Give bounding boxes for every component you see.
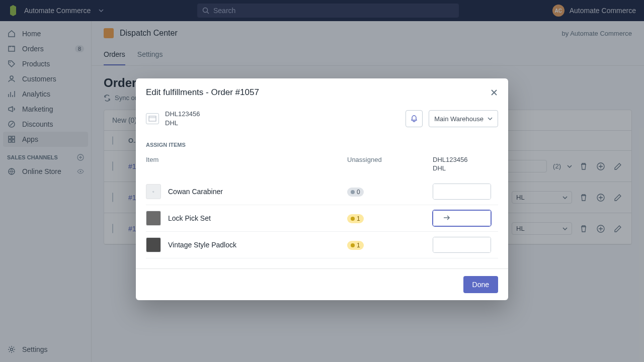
svg-rect-17 xyxy=(149,116,156,121)
col-unassigned: Unassigned xyxy=(347,156,433,173)
arrow-right-icon xyxy=(443,214,451,221)
carrier-name: DHL xyxy=(165,119,399,128)
modal-title: Edit fulfillments - Order #1057 xyxy=(146,87,259,98)
warehouse-select[interactable]: Main Warehouse xyxy=(429,110,498,127)
quantity-input[interactable] xyxy=(433,211,491,226)
col-item: Item xyxy=(146,156,347,173)
product-thumbnail: ◦ xyxy=(146,184,161,199)
quantity-input[interactable] xyxy=(433,184,491,199)
unassigned-badge: 1 xyxy=(347,214,364,223)
done-button[interactable]: Done xyxy=(463,276,498,293)
close-icon[interactable] xyxy=(490,88,498,97)
quantity-stepper[interactable]: ▲ ▼ xyxy=(433,210,491,226)
edit-fulfillments-modal: Edit fulfillments - Order #1057 DHL12345… xyxy=(136,78,508,300)
product-thumbnail xyxy=(146,237,161,252)
item-name: Lock Pick Set xyxy=(168,214,347,222)
col-fulfillment: DHL123456 DHL xyxy=(433,156,498,173)
quantity-stepper[interactable]: ▲ ▼ xyxy=(433,184,491,200)
quantity-input[interactable] xyxy=(433,237,491,252)
shipment-icon xyxy=(146,113,159,124)
assign-items-label: ASSIGN ITEMS xyxy=(136,136,508,152)
unassigned-badge: 0 xyxy=(347,188,364,197)
notification-button[interactable] xyxy=(406,110,423,127)
quantity-stepper[interactable]: ▲ ▼ xyxy=(433,237,491,253)
unassigned-badge: 1 xyxy=(347,241,364,250)
product-thumbnail xyxy=(146,211,161,226)
item-name: Cowan Carabiner xyxy=(168,188,347,196)
tracking-number: DHL123456 xyxy=(165,110,399,119)
item-name: Vintage Style Padlock xyxy=(168,241,347,249)
item-row: ◦ Cowan Carabiner 0 ▲ ▼ xyxy=(146,178,498,205)
item-row: Lock Pick Set 1 ▲ ▼ xyxy=(146,205,498,232)
item-row: Vintage Style Padlock 1 ▲ ▼ xyxy=(146,232,498,258)
